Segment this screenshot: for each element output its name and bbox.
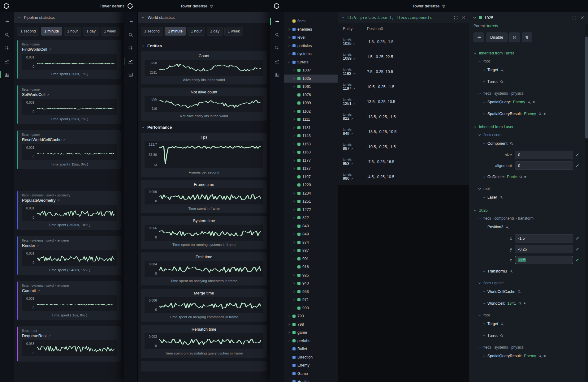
tree-expand-icon[interactable] (287, 315, 291, 318)
tree-item[interactable]: 1131 (284, 124, 338, 132)
inspector-section-header[interactable]: 1025 (473, 208, 581, 212)
search-icon[interactable] (518, 302, 522, 305)
search-icon[interactable] (500, 80, 504, 84)
tree-item[interactable]: 793 (284, 312, 338, 320)
stat-breadcrumb[interactable]: flecs › rest (22, 329, 117, 333)
tree-expand-icon[interactable] (287, 36, 291, 39)
field-input[interactable]: -0.25 (515, 245, 573, 253)
scrollbar-thumb[interactable] (585, 36, 588, 139)
tree-item[interactable]: 1234 (284, 189, 338, 198)
close-icon[interactable] (462, 15, 466, 19)
entity-link[interactable]: 1251↗ (343, 101, 367, 106)
chart-view-icon[interactable] (126, 57, 135, 66)
search-icon[interactable] (500, 68, 504, 72)
stat-breadcrumb[interactable]: flecs › systems › sokol › renderer (22, 238, 117, 242)
time-tab[interactable]: 1 day (83, 27, 99, 36)
time-tab[interactable]: 1 second (141, 27, 163, 36)
tree-expand-icon[interactable] (292, 200, 296, 203)
tree-item[interactable]: prefabs (284, 337, 338, 345)
component-path[interactable]: root (478, 313, 581, 317)
tree-item[interactable]: Health (284, 378, 338, 382)
tree-item[interactable]: 925 (284, 271, 338, 280)
search-icon[interactable] (510, 142, 513, 145)
entity-inspector-icon[interactable] (2, 44, 11, 52)
stats-view-icon[interactable] (126, 70, 135, 79)
tree-item[interactable]: 1025 (284, 75, 338, 83)
delete-button[interactable] (522, 32, 532, 42)
stat-breadcrumb[interactable]: flecs › systems › sokol › geometry (22, 193, 117, 197)
tree-expand-icon[interactable] (292, 249, 296, 252)
component-item[interactable]: •OnDelete:Panic✱ (483, 171, 581, 183)
tree-expand-icon[interactable] (292, 257, 296, 260)
section-header[interactable]: Performance (141, 125, 266, 130)
tree-item[interactable]: game (284, 328, 338, 337)
component-path[interactable]: root (478, 187, 581, 191)
chevron-down-icon[interactable] (473, 16, 476, 19)
component-item[interactable]: •Target (483, 318, 581, 330)
query-result-row[interactable]: turrets1197↗10.5, -0.25, -1.5 (338, 79, 469, 95)
field-input[interactable]: -1.5 (515, 256, 573, 264)
entity-link[interactable]: 849↗ (343, 131, 367, 136)
query-result-row[interactable]: turrets1251↗13.5, -0.25, 10.5 (338, 94, 469, 109)
entity-link[interactable]: 822↗ (343, 116, 367, 121)
search-icon[interactable] (500, 322, 504, 326)
time-tab[interactable]: 1 minute (165, 27, 186, 36)
chart-view-icon[interactable] (272, 57, 282, 66)
tree-item[interactable]: 1061 (284, 83, 338, 91)
tree-expand-icon[interactable] (292, 241, 296, 244)
tree-view-icon[interactable] (272, 17, 282, 26)
stat-name-link[interactable]: PopulateGeometry↗ (22, 198, 117, 203)
tree-item[interactable]: 990 (284, 304, 338, 312)
stat-breadcrumb[interactable]: flecs › game (22, 42, 117, 46)
search-icon[interactable] (538, 112, 542, 116)
tree-item[interactable]: 1143 (284, 132, 338, 140)
tree-expand-icon[interactable] (287, 331, 291, 334)
edit-icon[interactable] (573, 236, 581, 240)
search-icon[interactable] (519, 175, 523, 179)
query-result-row[interactable]: turrets887↗-10.5, -0.25, -1.5 (338, 139, 469, 155)
tree-item[interactable]: 1153 (284, 140, 338, 148)
tree-expand-icon[interactable] (292, 298, 296, 301)
component-item[interactable]: •Turret (483, 76, 581, 88)
tree-expand-icon[interactable] (292, 159, 296, 162)
edit-icon[interactable] (573, 164, 581, 168)
entity-link[interactable]: 1089↗ (343, 56, 367, 61)
tree-item[interactable]: Direction (284, 353, 338, 362)
search-icon[interactable] (2, 30, 11, 39)
close-icon[interactable] (580, 16, 584, 20)
expand-icon[interactable] (572, 15, 577, 20)
stats-view-icon[interactable] (2, 70, 11, 79)
stat-breadcrumb[interactable]: flecs › game (22, 133, 117, 136)
tree-expand-icon[interactable] (292, 225, 296, 228)
component-item[interactable]: •Target (483, 64, 581, 76)
stat-name-link[interactable]: ResetWorldCellCache↗ (22, 137, 117, 142)
chevron-down-icon[interactable] (483, 142, 485, 145)
tree-expand-icon[interactable] (292, 233, 296, 236)
chevron-down-icon[interactable] (483, 225, 485, 229)
tree-item[interactable]: 1089 (284, 99, 338, 107)
tree-item[interactable]: 874 (284, 238, 338, 247)
tree-item[interactable]: 940 (284, 279, 338, 288)
tree-expand-icon[interactable] (292, 290, 296, 293)
panel-header[interactable]: Pipeline statistics (14, 12, 124, 23)
tree-item[interactable]: 1251 (284, 197, 338, 206)
search-icon[interactable] (272, 30, 282, 39)
inspector-section-header[interactable]: inherited from Laser (473, 125, 581, 129)
tree-expand-icon[interactable] (292, 77, 296, 80)
tree-expand-icon[interactable] (292, 143, 296, 146)
tree-expand-icon[interactable] (292, 282, 296, 285)
field-input[interactable]: 0 (515, 161, 573, 170)
query-result-row[interactable]: turrets1089↗1.5, -0.25, 22.5 (338, 49, 469, 65)
component-item[interactable]: •Turret (483, 330, 581, 341)
component-path[interactable]: flecs › core (478, 133, 581, 137)
component-path[interactable]: flecs › systems › physics (478, 91, 581, 96)
query-result-row[interactable]: turrets953↗-7.5, -0.25, 16.5 (338, 154, 469, 170)
search-icon[interactable] (499, 195, 503, 199)
tree-view-icon[interactable] (2, 17, 11, 26)
tree-item[interactable]: enemies (284, 25, 338, 34)
tree-item[interactable]: systems (284, 50, 338, 58)
query-input[interactable]: (IsA, prefabs.Laser), flecs.components (347, 15, 450, 20)
field-input[interactable]: -1.5 (515, 234, 573, 243)
query-result-row[interactable]: turrets1025↗-1.5, -0.25, -1.5 (338, 34, 469, 49)
component-path[interactable]: root (478, 59, 581, 63)
